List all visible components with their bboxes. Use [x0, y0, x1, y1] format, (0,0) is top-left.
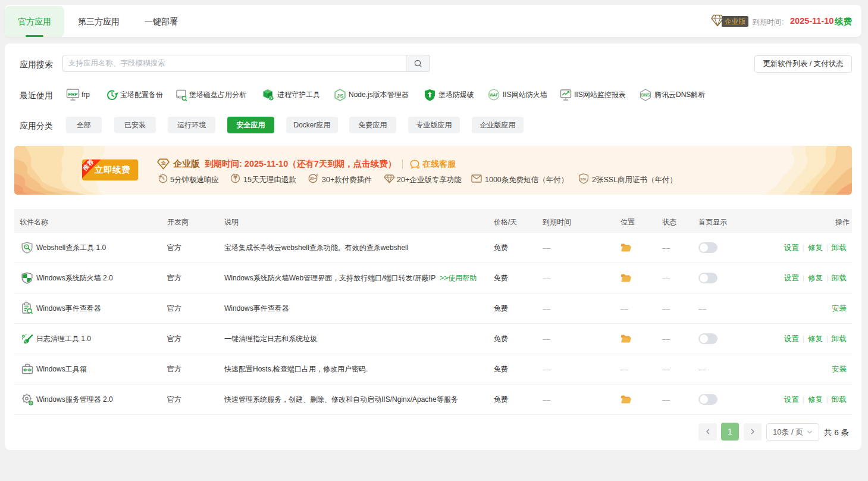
svg-text:WAF: WAF [490, 93, 498, 97]
svg-text:30+: 30+ [309, 176, 316, 180]
svg-text:?: ? [418, 165, 419, 168]
svg-text:FRP: FRP [68, 92, 79, 97]
svg-text:SSL: SSL [580, 177, 587, 181]
svg-text:企: 企 [161, 160, 166, 165]
svg-text:DNS: DNS [641, 93, 650, 97]
svg-text:JS: JS [337, 92, 344, 98]
